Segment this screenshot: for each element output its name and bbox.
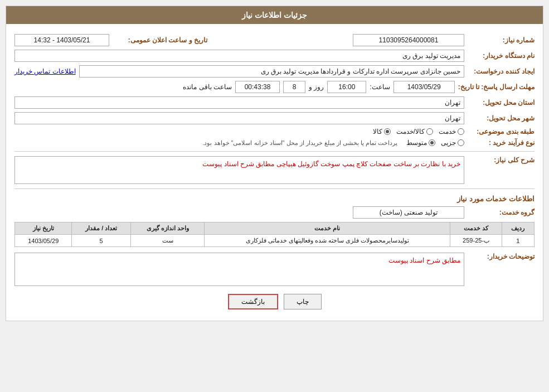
category-option-service[interactable]: خدمت (439, 128, 464, 135)
cell-unit: ست (130, 235, 204, 247)
category-option-goods[interactable]: کالا (373, 128, 391, 135)
response-time-label: ساعت: (370, 83, 390, 91)
service-group-label: گروه خدمت: (468, 209, 535, 216)
buyer-org-label: نام دستگاه خریدار: (468, 52, 535, 60)
radio-goods[interactable] (384, 128, 391, 135)
category-label: طبقه بندی موضوعی: (468, 128, 535, 135)
services-section-title: اطلاعات خدمات مورد نیاز (14, 195, 535, 203)
category-option-goods-service[interactable]: کالا/خدمت (396, 128, 433, 135)
contact-link[interactable]: اطلاعات تماس خریدار (14, 67, 76, 75)
remaining-label: ساعت باقی مانده (183, 83, 232, 91)
need-desc-box: خرید با نظارت بر ساخت صفحات کلاچ پمپ سوخ… (14, 156, 464, 184)
need-desc-label: شرح کلی نیاز: (468, 156, 535, 164)
radio-partial[interactable] (458, 139, 464, 146)
announce-date-label: تاریخ و ساعت اعلان عمومی: (113, 36, 207, 44)
purchase-type-radio-group: جزیی متوسط (406, 139, 464, 147)
cell-qty: 5 (72, 235, 130, 247)
cell-date: 1403/05/29 (15, 235, 72, 247)
purchase-option-partial[interactable]: جزیی (441, 139, 464, 147)
category-radio-group: خدمت کالا/خدمت کالا (373, 128, 464, 135)
response-deadline-label: مهلت ارسال پاسخ: تا تاریخ: (458, 83, 535, 91)
page-header: جزئیات اطلاعات نیاز (6, 6, 543, 24)
page-title: جزئیات اطلاعات نیاز (242, 11, 307, 20)
buyer-org-field: مدیریت تولید برق ری (14, 50, 464, 62)
radio-goods-service[interactable] (426, 128, 433, 135)
buyer-notes-box: مطابق شرح اسناد پیوست (14, 253, 464, 286)
buyer-notes-label: توضیحات خریدار: (468, 253, 535, 260)
purchase-note: پرداخت تمام یا بخشی از مبلغ خریدار از مح… (202, 139, 397, 147)
print-button[interactable]: چاپ (284, 294, 322, 309)
cell-name: تولیدسایرمحصولات فلزی ساخته شده وفعالیته… (205, 235, 450, 247)
divider-2 (14, 188, 535, 189)
response-date-field: 1403/05/29 (393, 81, 455, 93)
col-code: کد خدمت (450, 222, 502, 235)
province-label: استان محل تحویل: (468, 99, 535, 107)
table-row: 1 ب-25-259 تولیدسایرمحصولات فلزی ساخته ش… (15, 235, 535, 247)
divider-1 (14, 151, 535, 152)
purchase-type-label: نوع فرآیند خرید : (468, 139, 535, 147)
services-table: ردیف کد خدمت نام خدمت واحد اندازه گیری ت… (14, 222, 535, 247)
need-number-field: 1103095264000081 (353, 34, 464, 46)
purchase-option-medium[interactable]: متوسط (406, 139, 435, 147)
city-label: شهر محل تحویل: (468, 114, 535, 122)
creator-label: ایجاد کننده درخواست: (468, 67, 535, 75)
response-time-field: 16:00 (327, 81, 366, 93)
col-row: ردیف (502, 222, 534, 235)
remaining-time-field: 00:43:38 (235, 81, 280, 93)
radio-service[interactable] (458, 128, 464, 135)
radio-medium[interactable] (429, 139, 435, 146)
back-button[interactable]: بازگشت (228, 294, 278, 309)
button-row: چاپ بازگشت (14, 294, 535, 309)
cell-code: ب-25-259 (450, 235, 502, 247)
service-group-field: تولید صنعتی (ساخت) (353, 206, 464, 219)
col-date: تاریخ نیاز (15, 222, 72, 235)
response-days-field: 8 (283, 81, 305, 93)
province-field: تهران (14, 96, 464, 109)
creator-field: حسین جانزادی سرپرست اداره تداركات و قرار… (79, 65, 464, 78)
need-number-label: شماره نیاز: (468, 36, 535, 44)
city-field: تهران (14, 112, 464, 124)
announce-date-field: 1403/05/21 - 14:32 (14, 34, 109, 46)
col-name: نام خدمت (205, 222, 450, 235)
col-qty: تعداد / مقدار (72, 222, 130, 235)
col-unit: واحد اندازه گیری (130, 222, 204, 235)
response-days-label: روز و (309, 83, 324, 91)
cell-row: 1 (502, 235, 534, 247)
